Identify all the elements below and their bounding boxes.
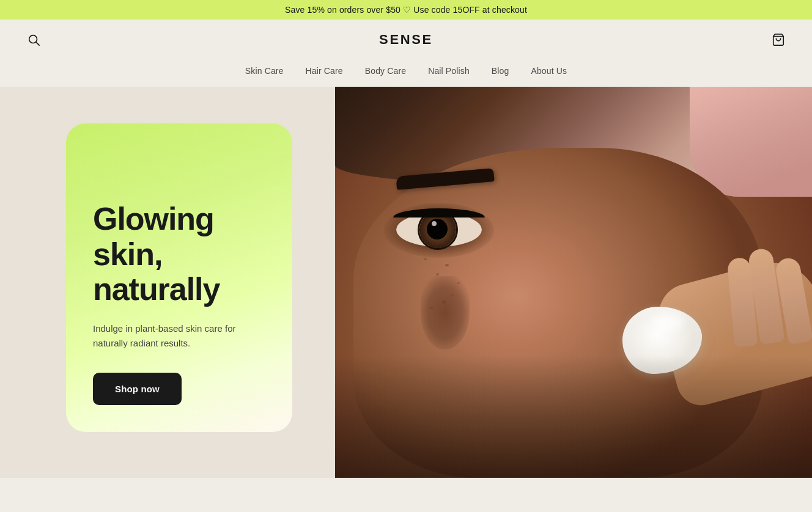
nav-item-about-us[interactable]: About Us <box>531 66 567 76</box>
announcement-text: Save 15% on orders over $50 ♡ Use code 1… <box>285 5 527 15</box>
hero-section: Glowing skin, naturally Indulge in plant… <box>0 87 812 478</box>
site-logo[interactable]: SENSE <box>379 32 433 48</box>
cart-button[interactable] <box>769 31 788 49</box>
svg-line-1 <box>36 42 39 45</box>
hero-headline: Glowing skin, naturally <box>93 202 265 307</box>
header-right <box>769 31 788 49</box>
header-left <box>24 31 43 49</box>
nav-item-skin-care[interactable]: Skin Care <box>245 66 284 76</box>
nav-item-blog[interactable]: Blog <box>492 66 509 76</box>
search-icon <box>27 33 40 46</box>
shop-now-button[interactable]: Shop now <box>93 373 182 405</box>
header: SENSE <box>0 20 812 60</box>
face-art <box>335 87 812 478</box>
hero-subtext: Indulge in plant-based skin care for nat… <box>93 321 265 351</box>
nav-item-body-care[interactable]: Body Care <box>365 66 406 76</box>
main-nav: Skin Care Hair Care Body Care Nail Polis… <box>0 60 812 87</box>
nav-item-nail-polish[interactable]: Nail Polish <box>428 66 470 76</box>
nav-item-hair-care[interactable]: Hair Care <box>306 66 343 76</box>
hero-image <box>335 87 812 478</box>
search-button[interactable] <box>24 31 43 49</box>
hero-card: Glowing skin, naturally Indulge in plant… <box>66 123 292 432</box>
announcement-bar: Save 15% on orders over $50 ♡ Use code 1… <box>0 0 812 20</box>
cart-icon <box>772 33 785 46</box>
